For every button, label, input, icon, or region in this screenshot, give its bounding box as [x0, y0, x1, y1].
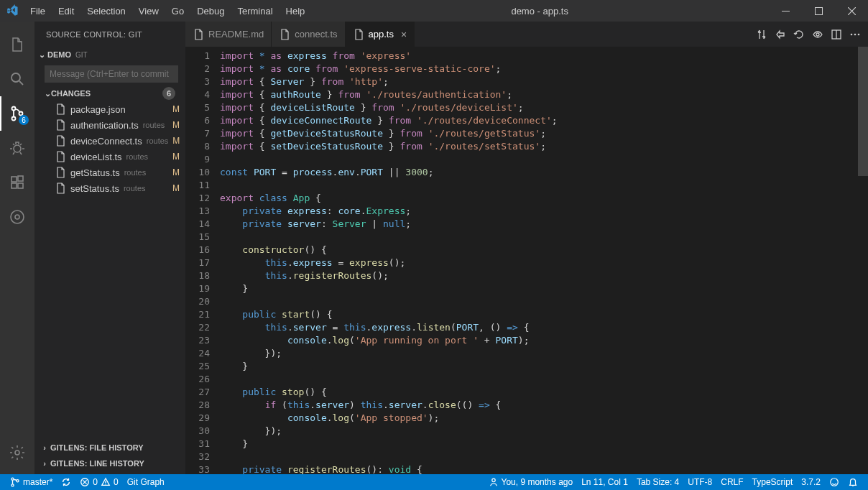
editor-body[interactable]: 1234567891011121314151617181920212223242…: [185, 47, 868, 474]
settings-activity[interactable]: [0, 435, 34, 470]
chevron-down-icon: ⌄: [36, 50, 47, 60]
window-controls: [769, 0, 868, 22]
language-mode[interactable]: TypeScript: [748, 474, 798, 490]
tab-label: app.ts: [369, 29, 394, 40]
menu-file[interactable]: File: [24, 3, 51, 19]
svg-point-14: [816, 33, 819, 36]
file-dir: routes: [143, 121, 165, 129]
repo-label: DEMO: [47, 50, 71, 59]
changes-header[interactable]: ⌄ CHANGES 6: [34, 85, 185, 101]
changed-file[interactable]: authentication.ts routesM: [37, 117, 185, 133]
commit-message-input[interactable]: [45, 65, 178, 83]
scm-activity[interactable]: 6: [0, 96, 34, 131]
maximize-button[interactable]: [802, 0, 835, 22]
menu-edit[interactable]: Edit: [52, 3, 80, 19]
scm-badge: 6: [19, 115, 29, 125]
chevron-right-icon: ›: [39, 443, 50, 452]
repo-sub: GIT: [75, 51, 88, 59]
changes-file-list: package.jsonMauthentication.ts routesMde…: [34, 101, 185, 196]
feedback-icon[interactable]: [825, 474, 844, 490]
changes-count: 6: [162, 87, 175, 100]
code-content[interactable]: import * as express from 'express'import…: [220, 47, 858, 474]
split-editor-icon[interactable]: [831, 29, 842, 40]
file-dir: routes: [124, 168, 147, 177]
toggle-whitespace-icon[interactable]: [812, 29, 823, 40]
file-name: setStatus.ts: [70, 183, 119, 194]
close-icon[interactable]: ×: [401, 29, 407, 40]
svg-point-13: [15, 450, 19, 455]
svg-point-23: [491, 479, 494, 481]
branch-status[interactable]: master*: [6, 474, 57, 490]
gitlens-blame[interactable]: You, 9 months ago: [484, 474, 578, 490]
menu-go[interactable]: Go: [166, 3, 190, 19]
changed-file[interactable]: setStatus.ts routesM: [37, 180, 185, 196]
explorer-activity[interactable]: [0, 27, 34, 62]
svg-point-4: [12, 117, 16, 121]
tab-size[interactable]: Tab Size: 4: [632, 474, 683, 490]
panel-label: GITLENS: LINE HISTORY: [50, 459, 144, 468]
file-icon: [279, 29, 290, 40]
file-dir: routes: [126, 152, 149, 161]
svg-point-3: [12, 107, 16, 111]
changed-file[interactable]: deviceConnect.ts routesM: [37, 133, 185, 149]
gitlens-file-history-panel[interactable]: › GITLENS: FILE HISTORY: [34, 440, 185, 456]
eol[interactable]: CRLF: [716, 474, 747, 490]
editor-tab[interactable]: connect.ts: [272, 22, 345, 47]
vertical-scrollbar[interactable]: [858, 47, 868, 474]
cursor-position[interactable]: Ln 11, Col 1: [577, 474, 632, 490]
gitlens-line-history-panel[interactable]: › GITLENS: LINE HISTORY: [34, 456, 185, 471]
typescript-version[interactable]: 3.7.2: [797, 474, 825, 490]
menu-debug[interactable]: Debug: [191, 3, 230, 19]
file-icon: [55, 135, 66, 147]
svg-point-2: [11, 73, 20, 82]
file-dir: routes: [147, 137, 169, 145]
extensions-activity[interactable]: [0, 165, 34, 200]
editor-area: README.mdconnect.tsapp.ts× 1234567891011…: [185, 22, 868, 474]
svg-point-6: [14, 145, 21, 152]
file-status: M: [172, 167, 180, 177]
file-icon: [55, 167, 66, 178]
status-bar: master* 0 0 Git Graph You, 9 months ago …: [0, 474, 868, 490]
svg-point-11: [11, 211, 24, 223]
notifications-icon[interactable]: [844, 474, 862, 490]
menu-selection[interactable]: Selection: [81, 3, 131, 19]
svg-point-16: [851, 33, 853, 35]
window-title: demo - app.ts: [310, 6, 769, 17]
close-button[interactable]: [835, 0, 868, 22]
changed-file[interactable]: deviceList.ts routesM: [37, 149, 185, 165]
file-name: authentication.ts: [70, 120, 139, 131]
file-icon: [55, 151, 66, 162]
branch-name: master*: [23, 477, 52, 487]
vscode-logo-icon: [6, 4, 19, 17]
changed-file[interactable]: package.jsonM: [37, 101, 185, 117]
more-actions-icon[interactable]: [849, 29, 861, 40]
menu-help[interactable]: Help: [280, 3, 311, 19]
menu-view[interactable]: View: [133, 3, 165, 19]
gitlens-activity[interactable]: [0, 200, 34, 234]
debug-activity[interactable]: [0, 131, 34, 165]
warning-count: 0: [114, 477, 119, 487]
file-status: M: [172, 183, 180, 193]
file-status: M: [172, 104, 180, 114]
panel-label: GITLENS: FILE HISTORY: [50, 443, 144, 452]
file-name: package.json: [70, 104, 126, 115]
svg-rect-8: [11, 183, 17, 188]
svg-rect-0: [782, 11, 790, 11]
problems-status[interactable]: 0 0: [75, 474, 122, 490]
menu-terminal[interactable]: Terminal: [231, 3, 278, 19]
minimize-button[interactable]: [769, 0, 802, 22]
compare-changes-icon[interactable]: [756, 29, 767, 40]
editor-tab[interactable]: README.md: [185, 22, 272, 47]
sidebar-title: SOURCE CONTROL: GIT: [34, 22, 185, 47]
file-icon: [55, 103, 66, 115]
git-graph-button[interactable]: Git Graph: [123, 474, 169, 490]
scrollbar-thumb[interactable]: [858, 47, 868, 176]
open-changes-icon[interactable]: [775, 29, 786, 40]
sync-status[interactable]: [57, 474, 75, 490]
encoding[interactable]: UTF-8: [683, 474, 716, 490]
search-activity[interactable]: [0, 62, 34, 96]
revert-icon[interactable]: [793, 29, 805, 40]
repo-header[interactable]: ⌄ DEMO GIT: [34, 47, 185, 63]
changed-file[interactable]: getStatus.ts routesM: [37, 165, 185, 180]
editor-tab[interactable]: app.ts×: [346, 22, 415, 47]
